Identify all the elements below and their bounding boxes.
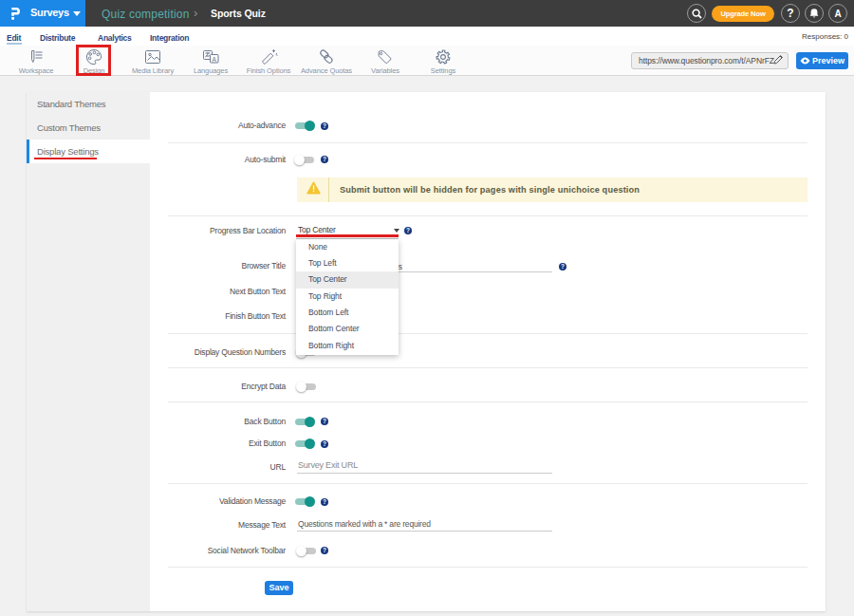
svg-text:A: A <box>213 56 217 63</box>
